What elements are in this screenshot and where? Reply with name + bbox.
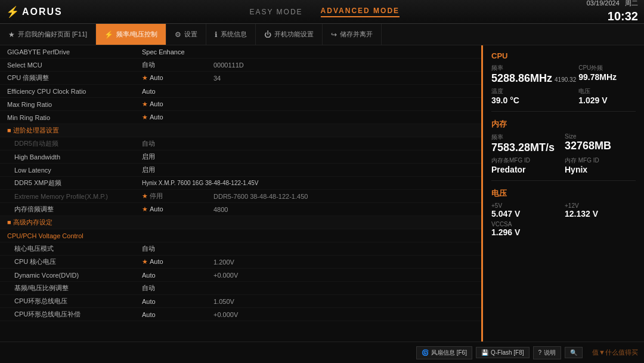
cpu-title: CPU <box>491 51 636 60</box>
v12-label: +12V <box>565 202 636 209</box>
qflash-btn-label: Q-Flash [F8] <box>491 349 524 356</box>
cpu-freq-value: 5288.86MHz <box>491 72 552 85</box>
mode-tabs: EASY MODE ADVANCED MODE <box>249 7 400 17</box>
bottom-bar: 🌀 风扇信息 [F6] 💾 Q-Flash [F8] ? 说明 🔍 值▼什么值得… <box>0 342 644 363</box>
label-min-ring: Min Ring Ratio <box>5 114 142 121</box>
nav-sysinfo[interactable]: ℹ 系统信息 <box>206 24 256 45</box>
label-base-voltage: 基频/电压比例调整 <box>5 284 142 293</box>
row-min-ring[interactable]: Min Ring Ratio ★Auto <box>0 111 481 124</box>
value-min-ring: ★Auto <box>142 113 213 121</box>
easy-mode-tab[interactable]: EASY MODE <box>249 8 302 16</box>
nav-sysinfo-label: 系统信息 <box>221 30 247 39</box>
logo: ⚡ AORUS <box>6 5 63 19</box>
cpu-grid: 频率 5288.86MHz 4190.32 CPU外频 99.78MHz 温度 … <box>491 64 636 105</box>
value-dynamic-vcore: Auto <box>142 272 213 279</box>
mem-size-label: Size <box>565 133 636 140</box>
advanced-mode-tab[interactable]: ADVANCED MODE <box>321 7 400 17</box>
favorites-icon: ★ <box>8 30 15 39</box>
row-spec-enhance[interactable]: GIGABYTE PerfDrive Spec Enhance <box>0 45 481 59</box>
mem-mfg-cell: 内存条MFG ID Predator <box>491 156 562 174</box>
logo-icon: ⚡ <box>6 5 19 19</box>
row-dynamic-vcore[interactable]: Dynamic Vcore(DVID) Auto +0.000V <box>0 269 481 282</box>
section-adv-mem: ■ 高级内存设定 <box>0 216 481 229</box>
row-base-voltage[interactable]: 基频/电压比例调整 自动 <box>0 282 481 295</box>
help-icon: ? <box>538 349 542 356</box>
nav-boot[interactable]: ⏻ 开机功能设置 <box>256 24 323 45</box>
label-xmp-profile: Extreme Memory Profile(X.M.P.) <box>5 193 142 200</box>
row-ddr5-oc[interactable]: DDR5自动超频 自动 <box>0 137 481 150</box>
row-ddr5-xmp[interactable]: DDR5 XMP超频 Hynix X.M.P. 7600 16G 38-48-4… <box>0 177 481 190</box>
datetime: 03/19/2024 周二 10:32 <box>587 0 638 24</box>
voltage-info-section: 电压 +5V 5.047 V +12V 12.132 V VCCSA 1.296… <box>491 188 636 243</box>
label-ring-bus-voltage: CPU环形总线电压 <box>5 297 142 306</box>
settings-table: GIGABYTE PerfDrive Spec Enhance Select M… <box>0 45 481 321</box>
help-button[interactable]: ? 说明 <box>533 346 562 359</box>
watermark: 值▼什么值得买 <box>592 348 638 357</box>
row-cpu-pch: CPU/PCH Voltage Control <box>0 229 481 242</box>
mem-size-value: 32768MB <box>565 140 636 152</box>
nav-settings-label: 设置 <box>184 30 197 39</box>
mem-mfg2-label: 内存 MFG ID <box>565 156 636 165</box>
cpu-voltage-cell: 电压 1.029 V <box>578 87 636 105</box>
label-high-bandwidth: High Bandwidth <box>5 153 142 161</box>
nav-freq[interactable]: ⚡ 频率/电压控制 <box>96 24 166 45</box>
row-max-ring[interactable]: Max Ring Ratio ★Auto <box>0 98 481 111</box>
label-cpu-ratio: CPU 倍频调整 <box>5 73 142 82</box>
row-select-mcu[interactable]: Select MCU 自动 0000111D <box>0 59 481 72</box>
nav-boot-label: 开机功能设置 <box>274 30 314 39</box>
mem-mfg-value: Predator <box>491 165 562 174</box>
search-button[interactable]: 🔍 <box>565 347 583 358</box>
time: 10:32 <box>587 8 638 24</box>
row-cpu-ratio[interactable]: CPU 倍频调整 ★Auto 34 <box>0 72 481 85</box>
date: 03/19/2024 <box>587 0 620 7</box>
nav-settings[interactable]: ⚙ 设置 <box>166 24 206 45</box>
label-select-mcu: Select MCU <box>5 61 142 69</box>
value-eff-cpu-clock: Auto <box>142 88 213 95</box>
fan-info-button[interactable]: 🌀 风扇信息 [F6] <box>416 346 472 359</box>
main-content: GIGABYTE PerfDrive Spec Enhance Select M… <box>0 45 644 342</box>
logo-text: AORUS <box>22 7 63 17</box>
value-xmp-profile: ★停用 <box>142 192 213 201</box>
row-ring-bus-offset[interactable]: CPU环形总线电压补偿 Auto +0.000V <box>0 308 481 321</box>
row-high-bandwidth[interactable]: High Bandwidth 启用 <box>0 150 481 164</box>
voltage-grid: +5V 5.047 V +12V 12.132 V VCCSA 1.296 V <box>491 202 636 237</box>
label-spec-enhance: GIGABYTE PerfDrive <box>5 48 142 56</box>
fan-icon: 🌀 <box>422 349 429 356</box>
cpu-temp-label: 温度 <box>491 87 576 96</box>
vccsa-cell: VCCSA 1.296 V <box>491 221 562 237</box>
v5-label: +5V <box>491 202 562 209</box>
value-max-ring: ★Auto <box>142 100 213 108</box>
freq-icon: ⚡ <box>104 30 113 39</box>
value-cpu-ratio: ★Auto <box>142 74 213 82</box>
row-low-latency[interactable]: Low Latency 启用 <box>0 164 481 177</box>
row-mem-ratio[interactable]: 内存倍频调整 ★Auto 4800 <box>0 203 481 216</box>
mem-title: 内存 <box>491 119 636 130</box>
label-eff-cpu-clock: Efficiency CPU Clock Ratio <box>5 88 142 95</box>
row-xmp-profile[interactable]: Extreme Memory Profile(X.M.P.) ★停用 DDR5-… <box>0 190 481 203</box>
nav-save[interactable]: ↪ 储存并离开 <box>323 24 382 45</box>
value-low-latency: 启用 <box>142 165 213 174</box>
left-panel: GIGABYTE PerfDrive Spec Enhance Select M… <box>0 45 483 342</box>
row-cpu-core-voltage[interactable]: CPU 核心电压 ★Auto 1.200V <box>0 256 481 269</box>
mem-grid: 频率 7583.28MT/s Size 32768MB 内存条MFG ID Pr… <box>491 133 636 174</box>
boot-icon: ⏻ <box>264 30 271 39</box>
v12-cell: +12V 12.132 V <box>565 202 636 219</box>
value-ddr5-oc: 自动 <box>142 139 213 148</box>
label-cpu-core-voltage: CPU 核心电压 <box>5 257 142 266</box>
qflash-button[interactable]: 💾 Q-Flash [F8] <box>476 347 530 358</box>
section-adv-cpu: ■ 进阶处理器设置 <box>0 124 481 137</box>
cpu-temp-value: 39.0 °C <box>491 96 576 105</box>
save-icon: ↪ <box>331 30 337 39</box>
row-ring-bus-voltage[interactable]: CPU环形总线电压 Auto 1.050V <box>0 295 481 308</box>
row-core-voltage-mode[interactable]: 核心电压模式 自动 <box>0 242 481 256</box>
value-ring-bus-offset: Auto <box>142 311 213 318</box>
vccsa-label: VCCSA <box>491 221 562 227</box>
label-ddr5-xmp: DDR5 XMP超频 <box>5 179 142 187</box>
value-spec-enhance: Spec Enhance <box>142 48 213 56</box>
row-eff-cpu-clock[interactable]: Efficiency CPU Clock Ratio Auto <box>0 85 481 98</box>
nav-favorites[interactable]: ★ 开启我的偏好页面 [F11] <box>0 24 96 45</box>
mem-info-section: 内存 频率 7583.28MT/s Size 32768MB 内存条MFG ID… <box>491 119 636 181</box>
value-base-voltage: 自动 <box>142 284 213 293</box>
search-icon: 🔍 <box>570 349 577 356</box>
value-ring-bus-voltage: Auto <box>142 298 213 305</box>
